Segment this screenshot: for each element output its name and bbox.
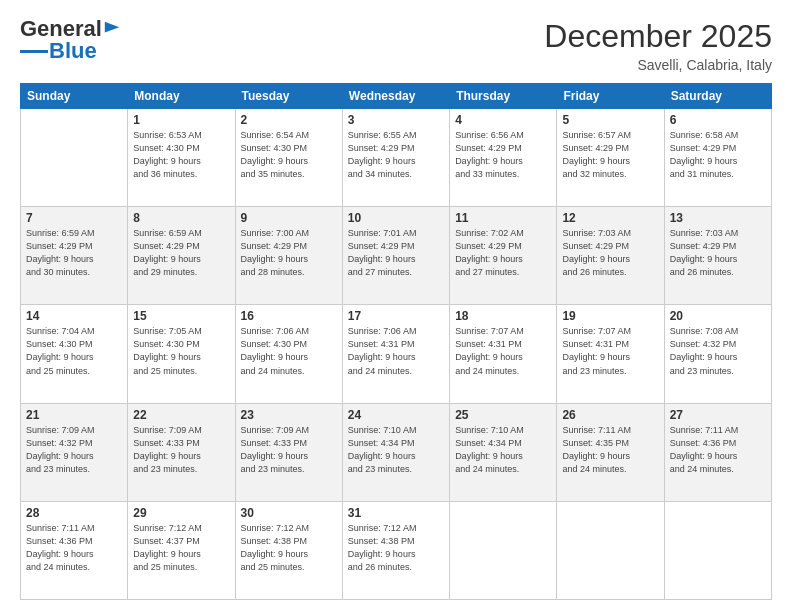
day-number: 7: [26, 211, 122, 225]
day-number: 19: [562, 309, 658, 323]
day-info: Sunrise: 6:58 AM Sunset: 4:29 PM Dayligh…: [670, 129, 766, 181]
calendar-cell-w5-d7: [664, 501, 771, 599]
calendar-cell-w5-d6: [557, 501, 664, 599]
calendar-cell-w5-d2: 29Sunrise: 7:12 AM Sunset: 4:37 PM Dayli…: [128, 501, 235, 599]
calendar-cell-w3-d2: 15Sunrise: 7:05 AM Sunset: 4:30 PM Dayli…: [128, 305, 235, 403]
day-info: Sunrise: 6:54 AM Sunset: 4:30 PM Dayligh…: [241, 129, 337, 181]
calendar-cell-w1-d5: 4Sunrise: 6:56 AM Sunset: 4:29 PM Daylig…: [450, 109, 557, 207]
day-number: 21: [26, 408, 122, 422]
calendar-cell-w4-d4: 24Sunrise: 7:10 AM Sunset: 4:34 PM Dayli…: [342, 403, 449, 501]
header-sunday: Sunday: [21, 84, 128, 109]
calendar-week-1: 1Sunrise: 6:53 AM Sunset: 4:30 PM Daylig…: [21, 109, 772, 207]
logo-blue: Blue: [49, 38, 97, 64]
calendar-cell-w3-d7: 20Sunrise: 7:08 AM Sunset: 4:32 PM Dayli…: [664, 305, 771, 403]
calendar-cell-w1-d7: 6Sunrise: 6:58 AM Sunset: 4:29 PM Daylig…: [664, 109, 771, 207]
day-info: Sunrise: 7:05 AM Sunset: 4:30 PM Dayligh…: [133, 325, 229, 377]
calendar-week-5: 28Sunrise: 7:11 AM Sunset: 4:36 PM Dayli…: [21, 501, 772, 599]
day-info: Sunrise: 7:07 AM Sunset: 4:31 PM Dayligh…: [455, 325, 551, 377]
logo-general: General: [20, 18, 102, 40]
day-info: Sunrise: 7:09 AM Sunset: 4:33 PM Dayligh…: [133, 424, 229, 476]
calendar-cell-w2-d2: 8Sunrise: 6:59 AM Sunset: 4:29 PM Daylig…: [128, 207, 235, 305]
day-info: Sunrise: 7:09 AM Sunset: 4:33 PM Dayligh…: [241, 424, 337, 476]
calendar-cell-w5-d5: [450, 501, 557, 599]
day-info: Sunrise: 7:12 AM Sunset: 4:38 PM Dayligh…: [348, 522, 444, 574]
header-tuesday: Tuesday: [235, 84, 342, 109]
calendar-cell-w3-d6: 19Sunrise: 7:07 AM Sunset: 4:31 PM Dayli…: [557, 305, 664, 403]
calendar-cell-w4-d3: 23Sunrise: 7:09 AM Sunset: 4:33 PM Dayli…: [235, 403, 342, 501]
svg-marker-0: [105, 22, 119, 33]
day-info: Sunrise: 6:56 AM Sunset: 4:29 PM Dayligh…: [455, 129, 551, 181]
day-number: 28: [26, 506, 122, 520]
day-info: Sunrise: 7:11 AM Sunset: 4:35 PM Dayligh…: [562, 424, 658, 476]
day-number: 8: [133, 211, 229, 225]
day-number: 22: [133, 408, 229, 422]
day-info: Sunrise: 6:55 AM Sunset: 4:29 PM Dayligh…: [348, 129, 444, 181]
month-title: December 2025: [544, 18, 772, 55]
day-info: Sunrise: 7:11 AM Sunset: 4:36 PM Dayligh…: [670, 424, 766, 476]
calendar-cell-w4-d2: 22Sunrise: 7:09 AM Sunset: 4:33 PM Dayli…: [128, 403, 235, 501]
header-thursday: Thursday: [450, 84, 557, 109]
day-number: 2: [241, 113, 337, 127]
calendar-cell-w2-d6: 12Sunrise: 7:03 AM Sunset: 4:29 PM Dayli…: [557, 207, 664, 305]
day-number: 16: [241, 309, 337, 323]
calendar-cell-w3-d4: 17Sunrise: 7:06 AM Sunset: 4:31 PM Dayli…: [342, 305, 449, 403]
header-friday: Friday: [557, 84, 664, 109]
calendar-cell-w2-d3: 9Sunrise: 7:00 AM Sunset: 4:29 PM Daylig…: [235, 207, 342, 305]
header: General Blue December 2025 Savelli, Cala…: [20, 18, 772, 73]
location: Savelli, Calabria, Italy: [544, 57, 772, 73]
day-info: Sunrise: 7:09 AM Sunset: 4:32 PM Dayligh…: [26, 424, 122, 476]
day-info: Sunrise: 7:00 AM Sunset: 4:29 PM Dayligh…: [241, 227, 337, 279]
day-number: 17: [348, 309, 444, 323]
day-number: 15: [133, 309, 229, 323]
calendar-cell-w3-d5: 18Sunrise: 7:07 AM Sunset: 4:31 PM Dayli…: [450, 305, 557, 403]
day-info: Sunrise: 6:59 AM Sunset: 4:29 PM Dayligh…: [133, 227, 229, 279]
day-number: 12: [562, 211, 658, 225]
day-number: 1: [133, 113, 229, 127]
calendar-cell-w2-d5: 11Sunrise: 7:02 AM Sunset: 4:29 PM Dayli…: [450, 207, 557, 305]
calendar-table: Sunday Monday Tuesday Wednesday Thursday…: [20, 83, 772, 600]
calendar-week-3: 14Sunrise: 7:04 AM Sunset: 4:30 PM Dayli…: [21, 305, 772, 403]
day-number: 23: [241, 408, 337, 422]
day-number: 25: [455, 408, 551, 422]
calendar-cell-w4-d7: 27Sunrise: 7:11 AM Sunset: 4:36 PM Dayli…: [664, 403, 771, 501]
calendar-cell-w3-d3: 16Sunrise: 7:06 AM Sunset: 4:30 PM Dayli…: [235, 305, 342, 403]
day-number: 4: [455, 113, 551, 127]
title-block: December 2025 Savelli, Calabria, Italy: [544, 18, 772, 73]
day-number: 20: [670, 309, 766, 323]
day-number: 11: [455, 211, 551, 225]
calendar-cell-w1-d4: 3Sunrise: 6:55 AM Sunset: 4:29 PM Daylig…: [342, 109, 449, 207]
day-info: Sunrise: 7:03 AM Sunset: 4:29 PM Dayligh…: [562, 227, 658, 279]
day-number: 14: [26, 309, 122, 323]
day-number: 5: [562, 113, 658, 127]
calendar-cell-w2-d7: 13Sunrise: 7:03 AM Sunset: 4:29 PM Dayli…: [664, 207, 771, 305]
calendar-week-2: 7Sunrise: 6:59 AM Sunset: 4:29 PM Daylig…: [21, 207, 772, 305]
calendar-cell-w1-d6: 5Sunrise: 6:57 AM Sunset: 4:29 PM Daylig…: [557, 109, 664, 207]
day-number: 24: [348, 408, 444, 422]
calendar-cell-w1-d3: 2Sunrise: 6:54 AM Sunset: 4:30 PM Daylig…: [235, 109, 342, 207]
calendar-week-4: 21Sunrise: 7:09 AM Sunset: 4:32 PM Dayli…: [21, 403, 772, 501]
header-wednesday: Wednesday: [342, 84, 449, 109]
day-info: Sunrise: 7:06 AM Sunset: 4:31 PM Dayligh…: [348, 325, 444, 377]
day-number: 30: [241, 506, 337, 520]
day-info: Sunrise: 6:59 AM Sunset: 4:29 PM Dayligh…: [26, 227, 122, 279]
logo: General Blue: [20, 18, 121, 64]
day-info: Sunrise: 7:03 AM Sunset: 4:29 PM Dayligh…: [670, 227, 766, 279]
day-number: 9: [241, 211, 337, 225]
calendar-cell-w1-d1: [21, 109, 128, 207]
calendar-header-row: Sunday Monday Tuesday Wednesday Thursday…: [21, 84, 772, 109]
day-number: 3: [348, 113, 444, 127]
day-info: Sunrise: 7:11 AM Sunset: 4:36 PM Dayligh…: [26, 522, 122, 574]
day-info: Sunrise: 7:07 AM Sunset: 4:31 PM Dayligh…: [562, 325, 658, 377]
calendar-cell-w5-d4: 31Sunrise: 7:12 AM Sunset: 4:38 PM Dayli…: [342, 501, 449, 599]
logo-text: General: [20, 18, 121, 40]
calendar-cell-w5-d3: 30Sunrise: 7:12 AM Sunset: 4:38 PM Dayli…: [235, 501, 342, 599]
day-number: 10: [348, 211, 444, 225]
day-number: 27: [670, 408, 766, 422]
day-info: Sunrise: 6:53 AM Sunset: 4:30 PM Dayligh…: [133, 129, 229, 181]
day-info: Sunrise: 7:06 AM Sunset: 4:30 PM Dayligh…: [241, 325, 337, 377]
logo-flag-icon: [103, 20, 121, 38]
day-number: 31: [348, 506, 444, 520]
calendar-cell-w4-d1: 21Sunrise: 7:09 AM Sunset: 4:32 PM Dayli…: [21, 403, 128, 501]
calendar-cell-w5-d1: 28Sunrise: 7:11 AM Sunset: 4:36 PM Dayli…: [21, 501, 128, 599]
day-number: 29: [133, 506, 229, 520]
